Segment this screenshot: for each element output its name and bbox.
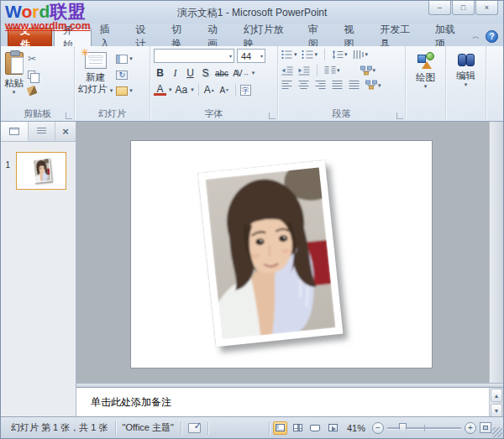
slide-thumbnail-row: 1 (3, 149, 73, 193)
slide-canvas[interactable] (130, 140, 433, 368)
justify-button[interactable] (332, 81, 344, 90)
slide-editing-area[interactable] (76, 122, 489, 383)
zoom-in-button[interactable]: + (465, 422, 476, 434)
align-text-button[interactable]: ▾ (365, 81, 381, 90)
align-right-button[interactable] (315, 81, 327, 90)
align-center-button[interactable] (298, 81, 310, 90)
distribute-button[interactable] (349, 81, 360, 90)
tab-review[interactable]: 审阅 (300, 28, 336, 46)
thumbnail-photo (32, 157, 52, 183)
reading-view-button[interactable] (308, 421, 323, 435)
theme-name[interactable]: "Office 主题" (116, 417, 181, 438)
resize-grip[interactable] (492, 427, 502, 437)
zoom-percent[interactable]: 41% (347, 423, 365, 433)
decrease-indent-button[interactable] (281, 66, 293, 76)
slides-tab[interactable] (1, 122, 29, 141)
spellcheck-icon (188, 423, 201, 433)
layout-button[interactable]: ▾ (116, 52, 133, 65)
tab-addins[interactable]: 加载项 (427, 28, 472, 46)
font-color-button[interactable]: A (154, 84, 166, 96)
fit-to-window-button[interactable] (480, 422, 491, 433)
notes-pane[interactable]: 单击此处添加备注 ▲ ▼ (76, 388, 503, 418)
notes-scrollbar[interactable]: ▲ ▼ (489, 388, 503, 418)
grow-font-button[interactable]: A (203, 83, 216, 97)
align-left-button[interactable] (281, 81, 293, 90)
layout-icon (116, 55, 128, 64)
slide-sorter-icon (293, 424, 302, 431)
font-size-combo[interactable]: 44▾ (237, 49, 265, 63)
convert-smartart-button[interactable]: ▾ (360, 66, 376, 76)
italic-button[interactable]: I (169, 66, 181, 80)
columns-button[interactable]: ▾ (324, 66, 340, 76)
quick-access-caret-icon[interactable]: ▾ (81, 5, 85, 13)
tab-slideshow[interactable]: 幻灯片放映 (235, 28, 300, 46)
tab-insert[interactable]: 插入 (92, 28, 128, 46)
text-direction-button[interactable]: ▾ (353, 50, 369, 60)
slide-counter[interactable]: 幻灯片 第 1 张，共 1 张 (4, 417, 115, 438)
format-painter-button[interactable] (28, 84, 40, 97)
tab-animations[interactable]: 动画 (199, 28, 235, 46)
font-name-combo[interactable]: ▾ (154, 49, 234, 63)
binoculars-icon (458, 52, 475, 67)
copy-button[interactable]: ▾ (28, 68, 40, 81)
strikethrough-button[interactable]: abc (214, 66, 229, 80)
section-button[interactable]: ▾ (116, 84, 133, 97)
clipboard-dialog-launcher[interactable] (66, 112, 72, 119)
tab-file[interactable]: 文件 (8, 28, 52, 46)
copy-icon (28, 71, 35, 79)
minimize-button[interactable]: – (428, 1, 451, 15)
shrink-font-button[interactable]: A (218, 83, 231, 97)
slide-thumbnail-selected[interactable] (13, 149, 70, 193)
text-shadow-button[interactable]: S (199, 66, 212, 80)
bold-button[interactable]: B (154, 66, 166, 80)
line-spacing-button[interactable]: ▾ (332, 50, 348, 60)
scroll-down-icon[interactable]: ▼ (491, 404, 502, 417)
font-dialog-launcher[interactable] (269, 112, 276, 119)
reset-button[interactable]: ↻ (116, 68, 133, 81)
tab-view[interactable]: 视图 (335, 28, 371, 46)
section-icon (116, 86, 128, 96)
help-icon[interactable]: ? (486, 30, 498, 43)
drawing-shapes-icon (417, 52, 435, 69)
cut-button[interactable]: ✂ (28, 52, 40, 65)
tab-home[interactable]: 开始 (54, 28, 92, 46)
underline-button[interactable]: U (184, 66, 197, 80)
panel-close-button[interactable]: × (55, 122, 76, 141)
zoom-slider-thumb[interactable] (399, 423, 407, 433)
font-group: ▾ 44▾ B I U S abc AV ▾ A ▾ Aa ▾ A A (150, 46, 278, 121)
collapse-ribbon-icon[interactable]: ︿ (472, 31, 480, 42)
scroll-up-icon[interactable]: ▲ (491, 389, 502, 402)
outline-tab-icon (37, 128, 46, 135)
close-button[interactable]: × (475, 1, 498, 15)
zoom-out-button[interactable]: − (372, 422, 384, 434)
drawing-group: 绘图 ▾ (406, 46, 446, 121)
new-slide-button[interactable]: 新建 幻灯片 ▾ (78, 49, 113, 107)
drawing-button[interactable]: 绘图 ▾ (409, 49, 442, 107)
numbering-button[interactable]: ▾ (302, 50, 318, 60)
outline-tab[interactable] (29, 122, 56, 141)
slide-sorter-view-button[interactable] (291, 421, 305, 435)
bullets-button[interactable]: ▾ (281, 50, 297, 60)
slideshow-view-button[interactable] (326, 421, 340, 435)
slide-thumbnail[interactable] (16, 152, 66, 190)
increase-indent-button[interactable] (298, 66, 310, 76)
vertical-scrollbar[interactable] (489, 122, 503, 383)
zoom-slider[interactable] (387, 422, 461, 434)
tab-design[interactable]: 设计 (127, 28, 163, 46)
paste-dropdown-caret[interactable]: ▾ (13, 89, 16, 96)
paragraph-dialog-launcher[interactable] (396, 112, 403, 119)
editing-button[interactable]: 编辑 ▾ (449, 49, 482, 107)
change-case-button[interactable]: Aa (175, 83, 189, 97)
normal-view-button[interactable] (273, 421, 287, 435)
paste-icon (5, 52, 24, 75)
spellcheck-status[interactable] (181, 417, 207, 438)
paste-button[interactable]: 粘贴 ▾ (4, 49, 24, 107)
maximize-button[interactable]: □ (452, 1, 475, 15)
tab-developer[interactable]: 开发工具 (371, 28, 427, 46)
tab-transitions[interactable]: 切换 (163, 28, 199, 46)
title-bar[interactable]: ▾ 演示文稿1 - Microsoft PowerPoint – □ × (1, 1, 503, 24)
notes-placeholder[interactable]: 单击此处添加备注 (76, 388, 489, 418)
clear-formatting-icon[interactable]: 字 (240, 85, 251, 96)
character-spacing-button[interactable]: AV (232, 66, 249, 80)
slide-photo[interactable] (198, 160, 344, 348)
